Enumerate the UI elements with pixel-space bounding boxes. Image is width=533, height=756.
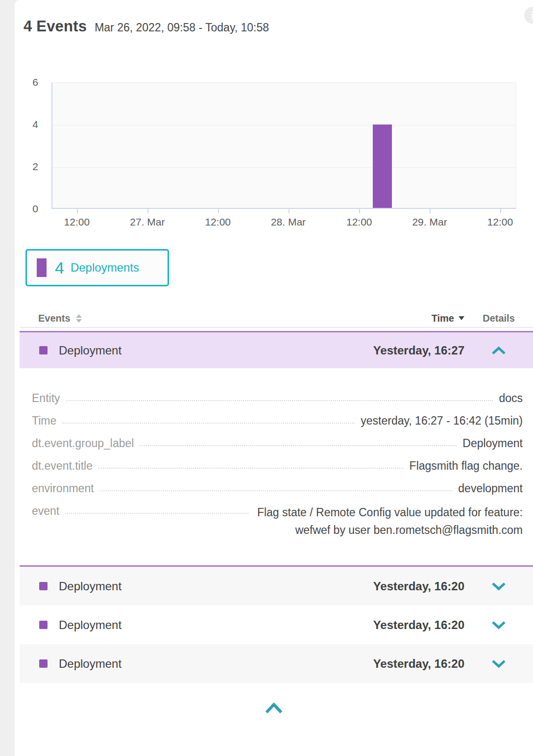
detail-row: dt.event.title Flagsmith flag change. [32,458,523,473]
chevron-up-icon [264,703,284,714]
deployments-swatch-icon [37,258,47,277]
column-header-events[interactable]: Events [38,313,432,324]
x-axis-tick [500,209,501,213]
dotted-leader [140,436,457,446]
detail-label: Time [32,413,56,428]
detail-row: Time yesterday, 16:27 - 16:42 (15min) [32,413,523,428]
detail-label: Entity [32,391,60,405]
collapse-panel-button[interactable] [263,703,285,716]
events-table: Events Time Details Deployment Yesterday… [20,309,533,683]
detail-label: event [32,504,59,518]
x-axis-tick [359,209,360,213]
y-axis-tick-label: 6 [15,76,38,89]
event-type: Deployment [59,580,373,593]
x-axis-tick [77,209,78,213]
x-axis-tick-label: 27. Mar [130,216,165,228]
event-time: Yesterday, 16:20 [373,580,464,593]
x-axis-tick [430,209,431,213]
detail-value: Flagsmith flag change. [410,458,523,473]
x-axis-tick-label: 29. Mar [412,216,447,228]
column-header-time[interactable]: Time [432,313,464,324]
table-header: Events Time Details [20,309,533,328]
detail-value: Deployment [462,436,523,451]
dotted-leader [66,391,493,401]
table-row[interactable]: Deployment Yesterday, 16:20 [20,644,533,683]
dotted-leader [100,481,453,491]
events-panel: i 4 Events Mar 26, 2022, 09:58 - Today, … [15,0,533,756]
gridline [52,125,516,126]
event-type: Deployment [59,344,373,357]
deployment-bar[interactable] [373,125,392,208]
detail-label: dt.event.group_label [32,436,134,451]
detail-label: dt.event.title [32,458,93,473]
sort-arrows-icon [76,314,82,323]
dotted-leader [65,504,248,514]
legend-deployments-toggle[interactable]: 4 Deployments [25,249,169,286]
chevron-down-icon[interactable] [491,621,507,630]
detail-value: development [458,481,523,496]
detail-label: environment [32,481,94,496]
chevron-down-icon[interactable] [491,659,507,668]
detail-row: event Flag state / Remote Config value u… [32,504,523,539]
dotted-leader [98,458,404,469]
x-axis-tick [218,209,219,213]
table-row[interactable]: Deployment Yesterday, 16:20 [20,567,533,605]
detail-value: docs [499,391,523,405]
table-row[interactable]: Deployment Yesterday, 16:27 [20,331,533,368]
legend-count: 4 [55,258,64,277]
detail-value: Flag state / Remote Config value updated… [254,504,523,539]
x-axis-tick-label: 12:00 [64,216,90,228]
event-type: Deployment [59,618,373,632]
gridline [52,167,516,168]
event-time: Yesterday, 16:27 [373,344,464,357]
sort-desc-icon [459,316,464,320]
deployment-square-icon [39,621,48,629]
timeframe-label: Mar 26, 2022, 09:58 - Today, 10:58 [95,21,269,34]
y-axis-tick-label: 2 [15,160,38,173]
chevron-down-icon[interactable] [491,582,507,591]
x-axis-tick-label: 28. Mar [271,216,306,228]
deployment-square-icon [39,582,48,590]
dotted-leader [62,413,355,424]
detail-value: yesterday, 16:27 - 16:42 (15min) [361,413,523,428]
panel-header: 4 Events Mar 26, 2022, 09:58 - Today, 10… [15,0,533,35]
event-time: Yesterday, 16:20 [373,618,464,632]
chart-plot-area: 12:00 27. Mar 12:00 28. Mar 12:00 29. Ma… [51,82,516,209]
detail-row: dt.event.group_label Deployment [32,436,523,451]
x-axis-tick [147,209,148,213]
table-row[interactable]: Deployment Yesterday, 16:20 [20,605,533,644]
x-axis-tick-label: 12:00 [346,216,372,228]
event-time: Yesterday, 16:20 [373,657,464,671]
x-axis-tick-label: 12:00 [487,216,513,228]
x-axis-tick [289,209,290,213]
column-header-details: Details [464,313,533,324]
page-title: 4 Events [24,18,87,35]
detail-row: environment development [32,481,523,496]
event-type: Deployment [59,657,373,671]
deployment-square-icon [39,659,48,668]
events-chart: 6 4 2 0 12:00 27. Mar 12:00 28. Mar 12:0… [15,82,533,234]
y-axis-tick-label: 0 [15,202,38,215]
chevron-up-icon[interactable] [491,346,507,355]
legend-label: Deployments [71,261,139,275]
deployment-square-icon [39,346,48,354]
event-details-panel: Entity docs Time yesterday, 16:27 - 16:4… [20,368,533,565]
x-axis-tick-label: 12:00 [205,216,231,228]
detail-row: Entity docs [32,391,523,405]
y-axis-tick-label: 4 [15,118,38,131]
